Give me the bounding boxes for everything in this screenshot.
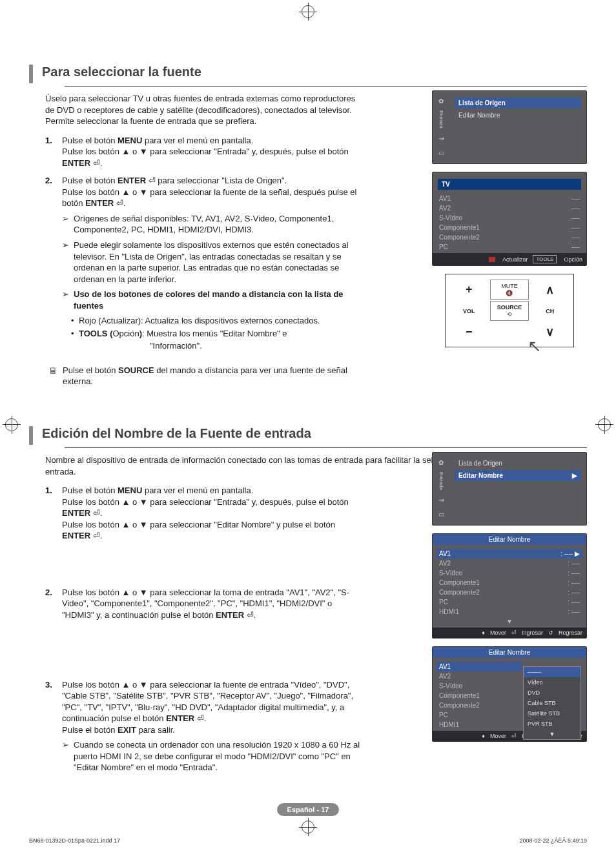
section1-title: Para seleccionar la fuente [29,65,587,83]
list-row: Componente1 [436,691,522,701]
footer-mover: Mover [490,629,506,636]
section2-rule [65,447,587,448]
ch-label: CH [530,301,570,321]
ch-up: ∧ [530,280,570,300]
source-icon: ⟲ [507,311,512,318]
step-num: 2. [45,175,62,353]
menu-row-editar-nombre: Editar Nombre [455,110,581,121]
sub-text: Cuando se conecta un ordenador con una r… [74,739,362,773]
dropdown-row: PVR STB [524,719,580,729]
osd-editar-nombre-list: Editar Nombre AV1: ---- ▶ AV2: ---- S-Ví… [432,533,587,639]
blank [490,322,529,342]
section1-steps: 1. Pulse el botón MENU para ver el menú … [45,135,362,353]
list-row: PC [436,710,522,720]
osd-editar-nombre-dropdown: Editar Nombre AV1 AV2 S-Vídeo Componente… [432,646,587,742]
red-dot-icon [489,257,495,262]
list-row: HDMI1: ---- [436,607,582,617]
step-num: 3. [45,679,62,777]
list-row: S-Vídeo: ---- [436,568,582,578]
list-row: Componente1: ---- [436,578,582,588]
arrow-icon: ➢ [62,289,74,311]
step2-text: Pulse el botón ENTER ⏎ para seleccionar … [62,175,362,209]
note-text: Pulse el botón SOURCE del mando a distan… [63,365,365,387]
bullet-text: TOOLS (Opción): Muestra los menús "Edita… [79,328,287,340]
sub-text: Puede elegir solamente los dispositivos … [74,240,362,285]
updown-icon: ♦ [482,629,485,636]
bullet-text: "Información". [79,340,202,352]
source-button: SOURCE⟲ [490,301,529,321]
sub-text: Uso de los botones de colores del mando … [74,289,362,311]
enter-icon: ⏎ [511,629,517,636]
osd-title: Editar Nombre [433,647,586,658]
dropdown-row: Vídeo [524,677,580,688]
mute-icon: 🔇 [506,290,513,296]
step-num: 1. [45,485,62,542]
footer-right: 2008-02-22 ¿ÀÈÄ 5:49:19 [519,837,587,844]
bullet-text: Rojo (Actualizar): Actualiza los disposi… [79,315,320,327]
section1-step1: 1. Pulse el botón MENU para ver el menú … [45,135,362,169]
section1-rule [65,86,587,87]
list-row: S-Vídeo [436,681,522,691]
sub-item: ➢ Orígenes de señal disponibles: TV, AV1… [62,213,362,236]
sub-text: Orígenes de señal disponibles: TV, AV1, … [74,213,362,236]
tools-box-icon: TOOLS [533,255,557,263]
arrow-icon: ➢ [62,739,74,773]
list-row: PC---- [436,242,582,252]
list-row: Componente2 [436,701,522,710]
footer-regresar: Regresar [559,629,582,636]
vol-label: VOL [449,301,489,321]
osd-source-list: TV AV1---- AV2---- S-Vídeo---- Component… [432,172,587,266]
dropdown-down: ▼ [524,729,580,739]
tv-label: TV [442,181,450,188]
list-row: AV2: ---- [436,558,582,568]
arrow-icon: ➢ [62,240,74,285]
list-down: ▼ [436,617,582,626]
list-row: S-Vídeo---- [436,213,582,223]
osd-footer: Actualizar TOOLS Opción [433,253,586,265]
input-icon: ⇥ [436,495,446,504]
remote-icon: 🖥 [48,365,63,387]
gear-icon: ✿ [436,458,446,467]
sidebar-label: Entrada [438,110,444,128]
step-body: Pulse el botón ENTER ⏎ para seleccionar … [62,175,362,353]
step-num: 1. [45,135,62,169]
sub-bold: Uso de los botones de colores del mando … [74,289,344,311]
bullets: •Rojo (Actualizar): Actualiza los dispos… [62,315,362,352]
sub-item: ➢ Cuando se conecta un ordenador con una… [62,739,362,773]
pointer-arrow-icon: ↖ [528,336,542,356]
section1-screens: ✿ Entrada ⇥ ▭ Lista de Origen Editar Nom… [432,90,587,347]
arrow-icon: ➢ [62,213,74,236]
row-label: Lista de Origen [458,99,506,107]
section2-steps: 1. Pulse el botón MENU para ver el menú … [45,485,362,777]
remote-diagram: + MUTE🔇 ∧ VOL SOURCE⟲ CH − ∨ ↖ [445,274,574,347]
footer-opcion: Opción [564,256,582,263]
vol-down: − [449,322,489,342]
row-label: Editar Nombre [458,112,500,119]
input-icon: ⇥ [436,134,446,143]
list-row: AV1---- [436,194,582,203]
vol-up: + [449,280,489,300]
step-body: Pulse el botón MENU para ver el menú en … [62,485,362,542]
section2-step3: 3. Pulse los botón ▲ o ▼ para selecciona… [45,679,362,777]
osd-entrada-menu2: ✿ Entrada ⇥ ▭ Lista de Origen Editar Nom… [432,452,587,526]
menu-row-lista-origen: Lista de Origen [455,97,581,108]
footer-actualizar: Actualizar [502,256,528,263]
step3-text: Pulse los botón ▲ o ▼ para seleccionar l… [62,679,362,736]
step-body: Pulse los botón ▲ o ▼ para seleccionar l… [62,587,362,621]
section1-intro: Úselo para seleccionar TV u otras fuente… [45,93,362,127]
section2-step1: 1. Pulse el botón MENU para ver el menú … [45,485,362,542]
page-number: Español - 17 [29,803,587,816]
section2-title: Edición del Nombre de la Fuente de entra… [29,426,587,445]
osd-footer: ♦Mover ⏎Ingresar ↺Regresar [433,628,586,638]
section1-note: 🖥 Pulse el botón SOURCE del mando a dist… [48,365,365,387]
list-row: AV2---- [436,203,582,213]
mute-button: MUTE🔇 [490,280,529,300]
menu-row-lista-origen: Lista de Origen [455,458,581,469]
section2-step2: 2. Pulse los botón ▲ o ▼ para selecciona… [45,587,362,621]
row-label: Lista de Origen [458,460,502,467]
list-row: AV2 [436,671,522,681]
sub-item: ➢ Uso de los botones de colores del mand… [62,289,362,311]
print-footer: BN68-01392D-01Spa-0221.indd 17 2008-02-2… [29,837,587,844]
bullet-dot: • [71,315,79,327]
source-icon: ▭ [436,509,446,518]
